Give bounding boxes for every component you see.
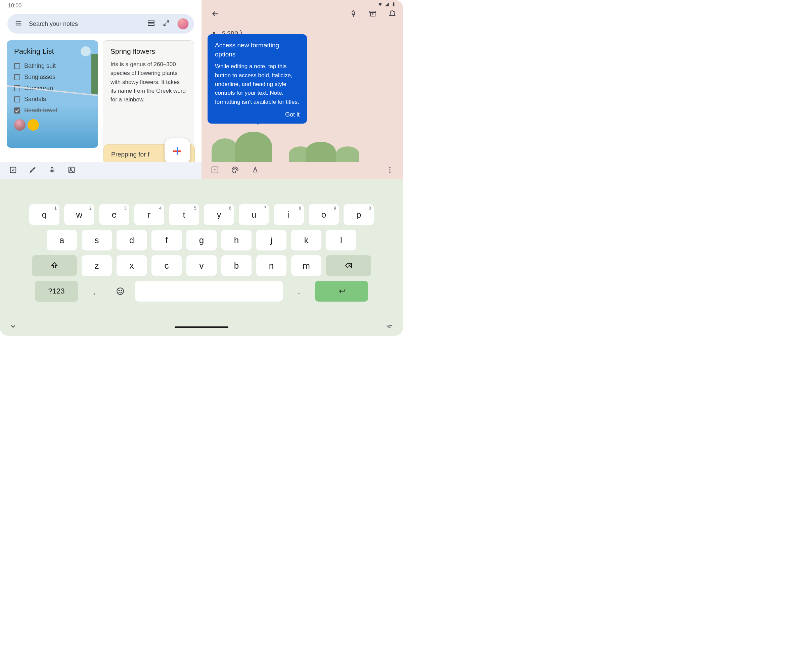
svg-rect-26 bbox=[390, 325, 391, 326]
key-e[interactable]: e3 bbox=[99, 204, 129, 225]
svg-rect-11 bbox=[370, 11, 376, 12]
shift-key[interactable] bbox=[32, 255, 77, 276]
key-n[interactable]: n bbox=[256, 255, 286, 276]
more-icon[interactable] bbox=[386, 166, 394, 175]
key-g[interactable]: g bbox=[187, 230, 216, 251]
check-item[interactable]: Bathing suit bbox=[14, 61, 91, 71]
keyboard-switch-icon[interactable] bbox=[385, 323, 394, 331]
svg-rect-10 bbox=[393, 2, 394, 3]
card-body: Iris is a genus of 260–300 species of fl… bbox=[111, 60, 187, 104]
checkbox-icon[interactable] bbox=[9, 166, 17, 175]
account-avatar[interactable] bbox=[177, 18, 189, 30]
add-box-icon[interactable] bbox=[211, 166, 219, 175]
on-screen-keyboard[interactable]: q1w2e3r4t5y6u7i8o9p0 asdfghjkl zxcvbnm ?… bbox=[0, 179, 403, 336]
check-item[interactable]: Sandals bbox=[14, 94, 91, 105]
key-s[interactable]: s bbox=[82, 230, 112, 251]
key-x[interactable]: x bbox=[117, 255, 147, 276]
svg-rect-9 bbox=[393, 3, 395, 6]
key-a[interactable]: a bbox=[47, 230, 77, 251]
tooltip-dismiss-button[interactable]: Got it bbox=[215, 111, 299, 118]
key-d[interactable]: d bbox=[117, 230, 147, 251]
key-p[interactable]: p0 bbox=[344, 204, 374, 225]
key-t[interactable]: t5 bbox=[169, 204, 199, 225]
key-f[interactable]: f bbox=[152, 230, 182, 251]
key-c[interactable]: c bbox=[152, 255, 182, 276]
key-i[interactable]: i8 bbox=[274, 204, 304, 225]
key-m[interactable]: m bbox=[291, 255, 321, 276]
note-card-packing[interactable]: Packing List Bathing suit Sunglasses Sun… bbox=[7, 40, 98, 148]
keyboard-row-3: zxcvbnm bbox=[0, 255, 403, 276]
keyboard-row-1: q1w2e3r4t5y6u7i8o9p0 bbox=[0, 204, 403, 225]
new-note-fab[interactable] bbox=[165, 139, 190, 164]
svg-point-15 bbox=[236, 169, 237, 170]
svg-rect-5 bbox=[10, 167, 16, 173]
svg-rect-6 bbox=[51, 167, 53, 171]
card-title: Spring flowers bbox=[111, 47, 187, 55]
svg-rect-32 bbox=[388, 327, 391, 328]
mic-icon[interactable] bbox=[48, 166, 56, 175]
key-k[interactable]: k bbox=[291, 230, 321, 251]
collapse-keyboard-icon[interactable] bbox=[9, 323, 17, 332]
svg-point-14 bbox=[235, 168, 235, 168]
menu-icon[interactable] bbox=[15, 20, 22, 28]
search-input[interactable]: Search your notes bbox=[29, 20, 140, 28]
svg-point-8 bbox=[70, 168, 71, 170]
backspace-key[interactable] bbox=[326, 255, 371, 276]
enter-key[interactable] bbox=[315, 281, 368, 302]
key-o[interactable]: o9 bbox=[309, 204, 339, 225]
collaborators[interactable] bbox=[14, 119, 91, 130]
svg-rect-25 bbox=[389, 325, 390, 326]
collaborator-avatar[interactable] bbox=[14, 119, 25, 130]
key-w[interactable]: w2 bbox=[64, 204, 94, 225]
comma-key[interactable]: , bbox=[83, 281, 106, 302]
palette-icon[interactable] bbox=[231, 166, 239, 175]
svg-point-19 bbox=[389, 172, 391, 173]
key-u[interactable]: u7 bbox=[239, 204, 269, 225]
notes-grid: Packing List Bathing suit Sunglasses Sun… bbox=[0, 34, 202, 148]
nav-handle[interactable] bbox=[175, 327, 228, 328]
key-j[interactable]: j bbox=[256, 230, 286, 251]
key-z[interactable]: z bbox=[82, 255, 112, 276]
check-item[interactable]: Beach towel bbox=[14, 105, 91, 116]
emoji-key[interactable] bbox=[110, 281, 130, 302]
brush-icon[interactable] bbox=[29, 166, 36, 175]
keyboard-row-2: asdfghjkl bbox=[0, 230, 403, 251]
back-icon[interactable] bbox=[211, 10, 220, 20]
reminder-icon[interactable] bbox=[388, 10, 396, 19]
svg-point-20 bbox=[117, 288, 124, 294]
key-y[interactable]: y6 bbox=[204, 204, 234, 225]
svg-point-21 bbox=[119, 290, 120, 291]
period-key[interactable]: . bbox=[287, 281, 310, 302]
keyboard-row-4: ?123 , . bbox=[0, 281, 403, 302]
check-item[interactable]: Sunglasses bbox=[14, 71, 91, 83]
search-bar[interactable]: Search your notes bbox=[7, 14, 194, 34]
editor-top-bar bbox=[202, 0, 403, 23]
status-time: 10:00 bbox=[8, 3, 21, 9]
svg-rect-23 bbox=[387, 325, 388, 326]
collaborator-avatar[interactable] bbox=[28, 119, 39, 130]
svg-rect-29 bbox=[388, 327, 389, 327]
tooltip-body: While editing a note, tap this button to… bbox=[215, 62, 299, 106]
list-view-icon[interactable] bbox=[147, 19, 155, 28]
text-format-icon[interactable] bbox=[251, 166, 259, 175]
notes-list-pane: 10:00 Search your notes Packing List Bat… bbox=[0, 0, 202, 179]
expand-icon[interactable] bbox=[163, 20, 170, 28]
symbols-key[interactable]: ?123 bbox=[35, 281, 78, 302]
key-r[interactable]: r4 bbox=[134, 204, 164, 225]
left-bottom-toolbar bbox=[0, 162, 202, 179]
key-q[interactable]: q1 bbox=[29, 204, 59, 225]
archive-icon[interactable] bbox=[369, 10, 377, 19]
status-icons bbox=[378, 2, 396, 7]
key-b[interactable]: b bbox=[221, 255, 251, 276]
svg-rect-31 bbox=[391, 327, 391, 327]
key-h[interactable]: h bbox=[221, 230, 251, 251]
key-l[interactable]: l bbox=[326, 230, 356, 251]
space-key[interactable] bbox=[135, 281, 283, 302]
note-card-spring[interactable]: Spring flowers Iris is a genus of 260–30… bbox=[103, 40, 194, 148]
key-v[interactable]: v bbox=[187, 255, 216, 276]
svg-point-13 bbox=[233, 169, 234, 170]
svg-rect-27 bbox=[391, 325, 392, 326]
card-title: Packing List bbox=[14, 47, 91, 56]
image-icon[interactable] bbox=[68, 166, 75, 175]
pin-icon[interactable] bbox=[349, 10, 357, 19]
